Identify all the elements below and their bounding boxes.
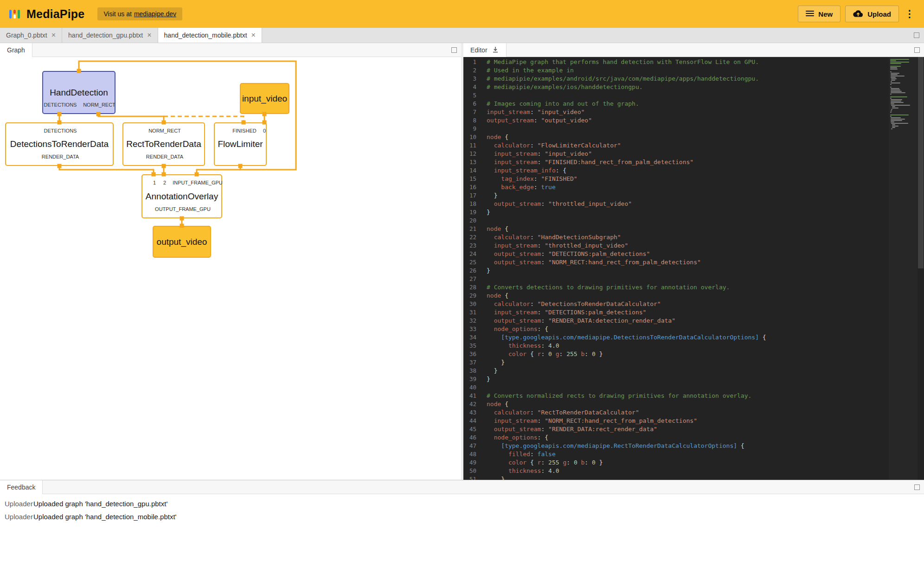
upload-button[interactable]: Upload — [845, 6, 899, 22]
graph-node-recttorenderdata[interactable]: RectToRenderDataNORM_RECTRENDER_DATA — [122, 122, 205, 166]
code-text: input_stream_info: { — [487, 166, 566, 175]
graph-edge — [59, 166, 154, 174]
close-icon[interactable]: × — [251, 32, 256, 39]
code-line: 19} — [463, 208, 882, 216]
minimap-line — [891, 74, 898, 75]
code-line: 14 input_stream_info: { — [463, 166, 882, 175]
graph-node-flowlimiter[interactable]: FlowLimiterFINISHED0 — [214, 122, 267, 166]
feedback-row: UploaderUploaded graph 'hand_detection_g… — [0, 497, 924, 510]
line-number: 29 — [463, 292, 487, 300]
maximize-icon[interactable] — [914, 32, 919, 38]
code-text: output_stream: "RENDER_DATA:rect_render_… — [487, 425, 657, 433]
file-tab[interactable]: hand_detection_mobile.pbtxt× — [158, 28, 262, 43]
close-icon[interactable]: × — [51, 32, 56, 39]
file-tab-label: hand_detection_gpu.pbtxt — [68, 32, 143, 39]
line-number: 17 — [463, 191, 487, 200]
graph-node-annotationoverlay[interactable]: AnnotationOverlay12INPUT_FRAME_GPUOUTPUT… — [141, 174, 222, 218]
feedback-panel: Feedback UploaderUploaded graph 'hand_de… — [0, 480, 924, 573]
visit-link[interactable]: mediapipe.dev — [134, 10, 176, 18]
tab-graph[interactable]: Graph — [0, 43, 32, 57]
port-label: DETECTIONS — [44, 128, 77, 134]
minimap-line — [890, 59, 909, 60]
minimap-line — [890, 66, 901, 67]
download-icon[interactable] — [492, 46, 499, 55]
tab-editor[interactable]: Editor — [463, 43, 507, 57]
feedback-source: Uploader — [5, 513, 33, 521]
line-number: 41 — [463, 392, 487, 400]
port-connector[interactable] — [162, 121, 166, 125]
cloud-upload-icon — [853, 10, 863, 19]
code-line: 22 calculator: "HandDetectionSubgraph" — [463, 233, 882, 242]
graph-node-detectionstorenderdata[interactable]: DetectionsToRenderDataDETECTIONSRENDER_D… — [5, 122, 114, 166]
port-connector[interactable] — [242, 121, 246, 125]
code-editor[interactable]: 1# MediaPipe graph that performs hand de… — [463, 57, 924, 480]
port-connector[interactable] — [238, 164, 243, 168]
mediapipe-visualizer: { "colors": { "header_bg": "#FBBC2B", "a… — [0, 0, 924, 573]
line-number: 30 — [463, 300, 487, 308]
port-connector[interactable] — [162, 172, 166, 177]
node-title: output_video — [154, 237, 210, 247]
code-text: input_stream: "input_video" — [487, 150, 592, 158]
graph-node-input_video[interactable]: input_video — [240, 83, 289, 114]
code-text: calculator: "RectToRenderDataCalculator" — [487, 408, 639, 417]
code-text: # Used in the example in — [487, 66, 574, 75]
code-text: thickness: 4.0 — [487, 467, 559, 475]
port-connector[interactable] — [195, 172, 199, 177]
feedback-tab-label: Feedback — [7, 484, 35, 491]
code-line: 1# MediaPipe graph that performs hand de… — [463, 58, 882, 66]
minimap-line — [891, 78, 897, 79]
new-button[interactable]: New — [798, 6, 841, 22]
port-connector[interactable] — [263, 112, 267, 116]
editor-minimap[interactable] — [889, 57, 918, 480]
code-line: 43 calculator: "RectToRenderDataCalculat… — [463, 408, 882, 417]
code-line: 20 — [463, 216, 882, 225]
tab-feedback[interactable]: Feedback — [0, 480, 43, 494]
scrollbar-thumb[interactable] — [918, 57, 924, 268]
port-label: NORM_RECT — [83, 102, 116, 108]
graph-node-output_video[interactable]: output_video — [153, 226, 211, 258]
port-connector[interactable] — [96, 112, 101, 116]
port-connector[interactable] — [263, 121, 267, 125]
code-line: 12 input_stream: "input_video" — [463, 150, 882, 158]
line-number: 26 — [463, 267, 487, 275]
line-number: 20 — [463, 216, 487, 225]
node-title: FlowLimiter — [215, 139, 266, 149]
feedback-message: Uploaded graph 'hand_detection_mobile.pb… — [33, 513, 176, 521]
node-title: AnnotationOverlay — [142, 191, 221, 202]
minimap-line — [892, 106, 896, 107]
code-line: 21node { — [463, 225, 882, 233]
minimap-line — [891, 89, 900, 90]
port-label: NORM_RECT — [148, 128, 181, 134]
graph-edge — [197, 170, 240, 174]
code-text: input_stream: "input_video" — [487, 108, 584, 116]
feedback-source: Uploader — [5, 500, 33, 508]
maximize-icon[interactable] — [914, 484, 920, 490]
more-options-button[interactable]: ⋮ — [904, 6, 916, 22]
code-line: 37 } — [463, 358, 882, 367]
port-connector[interactable] — [180, 216, 184, 221]
file-tab[interactable]: hand_detection_gpu.pbtxt× — [62, 28, 158, 43]
line-number: 6 — [463, 100, 487, 108]
port-label: DETECTIONS — [44, 102, 77, 108]
maximize-icon[interactable] — [451, 47, 457, 53]
port-connector[interactable] — [162, 164, 166, 168]
port-connector[interactable] — [152, 172, 156, 177]
editor-scrollbar[interactable] — [918, 57, 924, 480]
code-line: 36 color { r: 0 g: 255 b: 0 } — [463, 350, 882, 358]
graph-edge — [98, 114, 164, 122]
line-number: 22 — [463, 233, 487, 242]
port-connector[interactable] — [180, 224, 184, 228]
port-connector[interactable] — [58, 164, 62, 168]
line-number: 42 — [463, 400, 487, 408]
line-number: 33 — [463, 325, 487, 333]
port-connector[interactable] — [58, 121, 62, 125]
close-icon[interactable]: × — [147, 32, 151, 39]
file-tabs: Graph_0.pbtxt×hand_detection_gpu.pbtxt×h… — [0, 28, 262, 43]
mediapipe-logo-icon — [8, 8, 21, 20]
port-connector[interactable] — [58, 112, 62, 116]
port-connector[interactable] — [77, 69, 81, 73]
graph-node-handdetection[interactable]: HandDetectionDETECTIONSNORM_RECT — [42, 71, 116, 114]
minimap-line — [890, 63, 901, 64]
maximize-icon[interactable] — [914, 47, 920, 53]
file-tab[interactable]: Graph_0.pbtxt× — [0, 28, 62, 43]
